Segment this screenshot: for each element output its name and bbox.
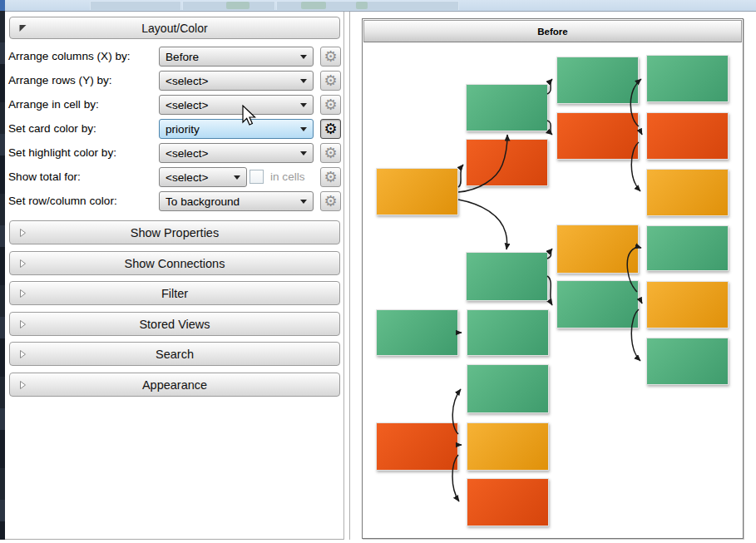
card-c3-green-2[interactable] [556,280,639,328]
section-title: Show Connections [10,257,339,270]
card-c2-green-3[interactable] [467,309,549,356]
card-c3-orange[interactable] [556,112,639,160]
section-title: Search [10,348,339,361]
collapse-collapsed-icon [19,349,27,358]
dropdown-arrow-icon [300,127,307,131]
field-label: Set highlight color by: [8,143,116,163]
gear-icon: ⚙ [324,146,337,160]
collapse-expanded-icon [19,24,27,32]
field-label: Show total for: [8,167,81,187]
section-title: Filter [10,287,339,300]
section-title: Layout/Color [10,22,339,35]
card-c2-yellow[interactable] [467,422,549,471]
section-filter[interactable]: Filter [9,281,340,305]
gear-icon: ⚙ [324,121,337,136]
collapse-collapsed-icon [19,380,27,389]
section-title: Stored Views [10,318,339,331]
selected-value: To background [160,195,300,208]
in-cells-checkbox[interactable] [250,170,264,184]
arrange-columns-select[interactable]: Before [159,47,314,67]
row-show-total: Show total for: <select> in cells ⚙ [0,167,344,187]
collapse-collapsed-icon [19,228,27,237]
gear-icon: ⚙ [324,49,337,64]
set-row-column-color-gear-button[interactable]: ⚙ [320,191,341,211]
panel-splitter[interactable] [343,12,344,540]
selected-value: <select> [160,75,300,87]
field-label: Set row/column color: [8,191,117,211]
card-c4-yellow-1[interactable] [646,169,729,216]
gear-icon: ⚙ [324,194,337,209]
diagram-panel: Before [362,18,744,539]
card-c4-green-3[interactable] [646,338,729,385]
card-c2-orange-1[interactable] [466,139,548,186]
background-window-icon [0,0,5,11]
set-highlight-color-select[interactable]: <select> [159,143,314,163]
background-window-strip [0,0,756,11]
card-c3-yellow[interactable] [556,225,639,274]
window-top-border [0,11,756,12]
dropdown-arrow-icon [234,175,240,180]
dropdown-arrow-icon [300,79,307,83]
card-c1-yellow[interactable] [376,168,458,215]
gear-icon: ⚙ [324,170,337,185]
section-stored-views[interactable]: Stored Views [9,312,340,336]
show-total-gear-button[interactable]: ⚙ [320,167,341,187]
selected-value: <select> [160,99,300,111]
set-card-color-select[interactable]: priority [159,119,314,139]
dropdown-arrow-icon [300,55,307,59]
arrange-rows-gear-button[interactable]: ⚙ [320,71,341,91]
field-label: Arrange in cell by: [8,95,99,115]
row-arrange-in-cell: Arrange in cell by: <select> ⚙ [0,95,344,115]
show-total-select[interactable]: <select> [159,167,247,187]
panel-bottom-border [5,539,344,540]
card-c2-green-1[interactable] [466,84,548,131]
collapse-collapsed-icon [19,289,27,298]
collapse-collapsed-icon [19,259,27,268]
field-label: Arrange rows (Y) by: [8,71,112,91]
set-row-column-color-select[interactable]: To background [159,191,314,211]
card-c2-green-2[interactable] [466,252,548,301]
row-arrange-columns: Arrange columns (X) by: Before ⚙ [0,47,344,67]
field-label: Arrange columns (X) by: [8,47,131,67]
card-c1-orange[interactable] [376,422,458,471]
selected-value: <select> [160,171,234,184]
section-title: Show Properties [10,226,339,239]
card-c4-orange[interactable] [646,112,729,160]
cards-layer [363,19,743,538]
section-show-properties[interactable]: Show Properties [9,220,340,244]
background-smudge [356,2,368,9]
background-smudge [301,2,326,9]
field-label: Set card color by: [8,119,96,139]
gear-icon: ⚙ [324,97,337,112]
selected-value: priority [160,123,300,136]
dropdown-arrow-icon [300,103,307,107]
set-card-color-gear-button[interactable]: ⚙ [320,119,341,139]
set-highlight-color-gear-button[interactable]: ⚙ [320,143,341,163]
dropdown-arrow-icon [300,200,307,204]
arrange-columns-gear-button[interactable]: ⚙ [320,47,341,67]
row-set-highlight-color: Set highlight color by: <select> ⚙ [0,143,344,163]
card-c3-green-1[interactable] [556,57,639,104]
row-arrange-rows: Arrange rows (Y) by: <select> ⚙ [0,71,344,91]
collapse-collapsed-icon [19,319,27,328]
card-c2-orange-2[interactable] [467,478,549,526]
card-c4-yellow-2[interactable] [646,281,729,328]
section-search[interactable]: Search [9,342,340,366]
dropdown-arrow-icon [300,151,307,155]
background-smudge [226,2,250,9]
row-set-card-color: Set card color by: priority ⚙ [0,119,344,139]
arrange-in-cell-select[interactable]: <select> [159,95,314,115]
card-c2-green-4[interactable] [467,364,549,413]
section-show-connections[interactable]: Show Connections [9,251,340,275]
arrange-in-cell-gear-button[interactable]: ⚙ [320,95,341,115]
section-layout-color[interactable]: Layout/Color [9,17,340,39]
card-c4-green-2[interactable] [646,225,729,271]
selected-value: Before [160,51,300,63]
card-c1-green[interactable] [376,309,458,356]
background-tab [90,1,181,10]
card-c4-green-1[interactable] [646,55,729,102]
section-appearance[interactable]: Appearance [9,373,340,397]
in-cells-label: in cells [270,167,305,187]
arrange-rows-select[interactable]: <select> [159,71,314,91]
panel-splitter[interactable] [349,12,350,540]
